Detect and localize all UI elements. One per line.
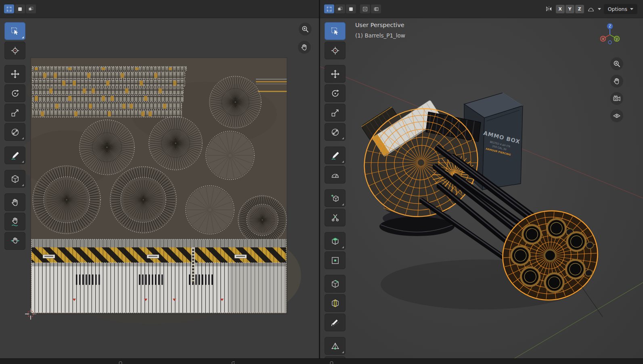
tool-tweak[interactable] xyxy=(4,22,25,40)
mirror-x-toggle[interactable]: X xyxy=(556,5,565,13)
pinch-hand-icon xyxy=(10,236,20,246)
tool-move[interactable] xyxy=(325,65,346,83)
mesh-select-mode-vertex[interactable] xyxy=(324,4,334,13)
tool-transform[interactable] xyxy=(4,123,25,141)
cursor-icon xyxy=(331,46,340,55)
knife-icon xyxy=(331,318,340,327)
scissors-icon xyxy=(331,213,340,222)
transform-icon xyxy=(10,128,20,137)
tool-rip-region[interactable] xyxy=(325,209,346,226)
3d-scene[interactable]: AMMO BOX BELTED 4 AP-ITR 350 CAL.30 ARMO… xyxy=(320,18,643,358)
tool-scale[interactable] xyxy=(325,104,346,121)
viewport-pan-button[interactable] xyxy=(610,75,623,88)
tool-annotate[interactable] xyxy=(325,146,346,164)
select-box-icon xyxy=(331,27,340,36)
blender-window: { "colors": { "accent_blue": "#4772B4", … xyxy=(0,0,643,364)
combo-square-icon xyxy=(28,6,34,12)
camera-icon xyxy=(613,94,621,103)
svg-text:x: x xyxy=(602,37,604,41)
editor-circle-icon[interactable] xyxy=(329,359,334,364)
combo-square-icon xyxy=(337,6,343,12)
xray-toggle[interactable] xyxy=(371,4,381,13)
tool-extrude-region[interactable] xyxy=(325,232,346,250)
rotate-icon xyxy=(10,89,20,98)
tool-measure[interactable] xyxy=(325,166,346,184)
scale-icon xyxy=(10,108,20,117)
tool-cursor[interactable] xyxy=(325,42,346,59)
mirror-icon[interactable] xyxy=(545,5,553,13)
tool-poly-build[interactable] xyxy=(325,337,346,355)
tool-transform[interactable] xyxy=(325,123,346,141)
options-label: Options xyxy=(608,6,627,12)
inset-faces-icon xyxy=(331,256,340,265)
tool-annotate[interactable] xyxy=(4,146,25,164)
gizmo-z-neg[interactable] xyxy=(608,41,612,44)
options-dropdown[interactable]: Options xyxy=(604,4,637,14)
tool-rotate[interactable] xyxy=(4,84,25,102)
solid-square-icon xyxy=(17,6,23,12)
status-bar xyxy=(0,358,643,364)
uv-zoom-button[interactable] xyxy=(299,23,312,36)
orthographic-toggle-button[interactable] xyxy=(610,109,623,122)
tool-bevel[interactable] xyxy=(325,275,346,293)
refresh-icon[interactable] xyxy=(231,359,235,364)
rotate-icon xyxy=(331,89,340,98)
viewport-canvas[interactable]: AMMO BOX BELTED 4 AP-ITR 350 CAL.30 ARMO… xyxy=(320,18,643,358)
tool-move[interactable] xyxy=(4,65,25,83)
viewport-header-right: X Y Z Options xyxy=(545,4,639,14)
uv-editor xyxy=(0,0,319,358)
annotate-pencil-icon xyxy=(10,151,20,160)
uv-select-mode-island[interactable] xyxy=(26,4,36,13)
magnifier-plus-icon xyxy=(613,60,621,68)
tool-box-mask[interactable] xyxy=(4,170,25,188)
hand-icon xyxy=(300,43,308,51)
square-x-icon xyxy=(362,6,368,12)
add-cube-icon xyxy=(331,194,340,203)
uv-pan-button[interactable] xyxy=(298,41,311,54)
editor-circle-icon[interactable] xyxy=(118,359,123,364)
uv-toolbar xyxy=(4,22,25,251)
proportional-dropdown-chevron[interactable] xyxy=(598,8,601,10)
mesh-select-mode-edge[interactable] xyxy=(335,4,345,13)
tool-relax[interactable] xyxy=(4,213,25,230)
active-object-label: (1) Barrels_P1_low xyxy=(355,32,405,39)
proportional-editing-icon[interactable] xyxy=(587,5,595,13)
viewport-header: X Y Z Options xyxy=(320,0,643,18)
select-through-toggle[interactable] xyxy=(360,4,370,13)
mirror-z-toggle[interactable]: Z xyxy=(575,5,584,13)
tool-inset-faces[interactable] xyxy=(325,251,346,269)
transform-icon xyxy=(331,128,340,137)
tool-scale[interactable] xyxy=(4,104,25,121)
select-box-icon xyxy=(10,27,20,36)
xray-icon xyxy=(373,6,379,12)
mirror-y-toggle[interactable]: Y xyxy=(566,5,574,13)
tool-loop-cut[interactable] xyxy=(325,294,346,312)
tool-rotate[interactable] xyxy=(325,84,346,102)
uv-select-mode-vertex[interactable] xyxy=(4,4,14,13)
tool-tweak[interactable] xyxy=(325,22,346,40)
uv-select-mode-edge[interactable] xyxy=(15,4,25,13)
uv-canvas[interactable] xyxy=(0,18,319,358)
loop-cut-icon xyxy=(331,299,340,308)
hand-icon xyxy=(10,198,20,207)
extrude-icon xyxy=(331,236,340,246)
3d-viewport-editor: X Y Z Options xyxy=(320,0,643,358)
tool-knife[interactable] xyxy=(325,314,346,331)
tool-pinch[interactable] xyxy=(4,232,25,250)
svg-text:y: y xyxy=(616,37,618,41)
uv-texture-image[interactable] xyxy=(31,58,287,314)
tool-spin[interactable] xyxy=(325,356,346,358)
hand-icon xyxy=(613,77,621,85)
chevron-down-icon xyxy=(630,8,633,10)
viewport-zoom-button[interactable] xyxy=(610,57,623,70)
grid-plane-icon xyxy=(613,112,621,120)
tool-grab[interactable] xyxy=(4,193,25,211)
tool-2d-cursor[interactable] xyxy=(4,42,25,59)
tool-add-cube[interactable] xyxy=(325,189,346,207)
camera-view-button[interactable] xyxy=(610,92,623,105)
mirror-axis-toggles: X Y Z xyxy=(556,5,584,13)
move-icon xyxy=(331,69,340,79)
mesh-select-mode-face[interactable] xyxy=(346,4,356,13)
view-perspective-label: User Perspective xyxy=(355,22,404,28)
navigation-gizmo[interactable]: Z y x xyxy=(598,22,622,46)
